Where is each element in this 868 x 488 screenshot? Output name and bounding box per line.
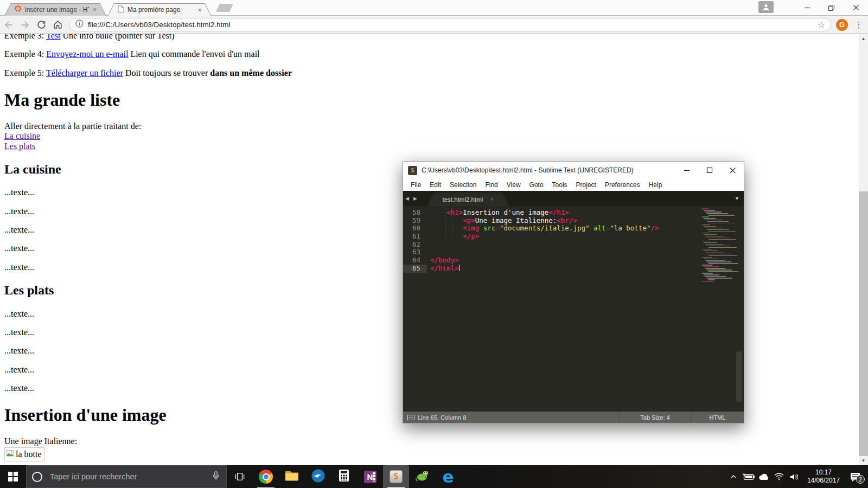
sublime-editor[interactable]: 5859606162636465 <h1>Insertion d'une ima… <box>403 206 744 412</box>
task-view-button[interactable] <box>227 465 253 488</box>
url-text[interactable]: file:///C:/Users/vb03/Desktop/test.html2… <box>88 21 818 29</box>
menu-tools[interactable]: Tools <box>548 180 572 190</box>
start-button[interactable] <box>0 465 26 488</box>
status-icon[interactable] <box>407 415 414 420</box>
sublime-titlebar[interactable]: S C:\Users\vb03\Desktop\test.html2.html … <box>403 162 744 179</box>
tab-close-icon[interactable]: × <box>197 7 202 14</box>
sublime-file-tab[interactable]: test.html2.html × <box>427 192 509 206</box>
menu-find[interactable]: Find <box>481 180 502 190</box>
sublime-close-button[interactable] <box>721 162 744 179</box>
extension-badge[interactable]: G <box>836 19 848 31</box>
sublime-tab-close-icon[interactable]: × <box>490 196 494 202</box>
tab-size-indicator[interactable]: Tab Size: 4 <box>619 412 691 423</box>
clock-time: 10:17 <box>807 468 840 477</box>
action-center-button[interactable]: 2 <box>846 469 865 484</box>
bookmark-star-icon[interactable]: ☆ <box>818 21 825 29</box>
tab-nav-right-icon[interactable]: ▶ <box>411 196 419 201</box>
toc-link-cuisine[interactable]: La cuisine <box>4 131 40 140</box>
taskbar-search[interactable] <box>26 465 227 488</box>
page-scrollbar[interactable]: ▲ ▼ <box>859 34 868 465</box>
toc-block: Aller directement à la partie traitant d… <box>4 121 854 151</box>
menu-file[interactable]: File <box>406 180 425 190</box>
home-button[interactable] <box>50 17 65 33</box>
scroll-up-arrow[interactable]: ▲ <box>859 34 868 43</box>
new-tab-button[interactable] <box>216 4 233 12</box>
close-button[interactable] <box>844 0 868 15</box>
taskbar-openoffice-button[interactable] <box>305 465 331 488</box>
tab-strip: insérer une image - HTM × Ma première pa… <box>0 0 868 16</box>
example-line: Exemple 4: Envoyez-moi un e-mail Lien qu… <box>4 49 854 59</box>
taskbar-notepadpp-button[interactable] <box>409 465 435 488</box>
code-line[interactable]: </p> <box>427 233 695 241</box>
sublime-scrollbar-thumb[interactable] <box>736 351 742 402</box>
example-line: Exemple 5: Télécharger un fichier Doit t… <box>4 68 854 78</box>
code-line[interactable]: </body> <box>427 256 695 265</box>
volume-icon[interactable] <box>788 469 801 484</box>
window-controls <box>795 0 868 15</box>
minimap-row <box>707 278 732 279</box>
tray-chevron-icon[interactable] <box>727 469 740 484</box>
menu-edit[interactable]: Edit <box>425 180 445 190</box>
scroll-down-arrow[interactable]: ▼ <box>859 456 868 465</box>
code-line[interactable]: <h1>Insertion d'une image</h1> <box>427 209 695 217</box>
code-line[interactable] <box>427 248 695 256</box>
sublime-tab-title: test.html2.html <box>443 196 483 203</box>
notepadpp-icon <box>415 469 429 484</box>
toc-link-plats[interactable]: Les plats <box>4 142 35 151</box>
tab-nav-left-icon[interactable]: ◀ <box>403 196 411 201</box>
restore-button[interactable] <box>819 0 844 15</box>
minimap-row <box>702 208 709 209</box>
taskbar-clock[interactable]: 10:17 14/06/2017 <box>803 468 844 485</box>
minimap-row <box>702 233 710 234</box>
menu-preferences[interactable]: Preferences <box>601 180 644 190</box>
sublime-minimize-button[interactable] <box>675 162 698 179</box>
browser-tab-inactive[interactable]: insérer une image - HTM × <box>4 3 106 16</box>
sublime-maximize-button[interactable] <box>698 162 721 179</box>
menu-project[interactable]: Project <box>572 180 601 190</box>
back-button[interactable] <box>1 17 16 33</box>
reload-button[interactable] <box>34 17 49 33</box>
page-link[interactable]: Envoyez-moi un e-mail <box>46 49 128 59</box>
page-info-icon[interactable] <box>75 20 84 30</box>
page-link[interactable]: Test <box>46 34 60 40</box>
minimap[interactable] <box>701 208 735 285</box>
code-line[interactable]: <img src="documents/italie.jpg" alt="la … <box>427 224 695 233</box>
taskbar-onenote-button[interactable]: N <box>357 465 383 488</box>
browser-menu-icon[interactable]: ⋮ <box>853 20 864 30</box>
menu-view[interactable]: View <box>502 180 525 190</box>
microphone-icon[interactable] <box>211 470 221 483</box>
clock-date: 14/06/2017 <box>807 477 840 485</box>
taskbar-calculator-button[interactable] <box>331 465 357 488</box>
tab-overflow-icon[interactable]: ▼ <box>730 196 744 201</box>
page-link[interactable]: Télécharger un fichier <box>46 68 123 78</box>
taskbar-chrome-button[interactable] <box>253 465 279 488</box>
address-bar[interactable]: file:///C:/Users/vb03/Desktop/test.html2… <box>69 18 831 31</box>
profile-icon[interactable] <box>758 1 774 13</box>
menu-selection[interactable]: Selection <box>445 180 481 190</box>
taskbar-explorer-button[interactable] <box>279 465 305 488</box>
minimap-row <box>709 231 736 232</box>
sublime-window-controls <box>675 162 744 179</box>
system-tray: 10:17 14/06/2017 2 <box>727 465 868 488</box>
tab-title: insérer une image - HTM <box>25 6 89 14</box>
search-input[interactable] <box>49 472 211 481</box>
tab-close-icon[interactable]: × <box>92 6 97 13</box>
browser-tab-active[interactable]: Ma première page × <box>107 3 212 16</box>
menu-help[interactable]: Help <box>644 180 667 190</box>
scrollbar-thumb[interactable] <box>859 191 868 456</box>
wifi-icon[interactable] <box>773 469 786 484</box>
menu-goto[interactable]: Goto <box>525 180 548 190</box>
taskbar-sublime-button[interactable]: S <box>383 465 409 488</box>
code-line[interactable]: </html> <box>427 265 695 273</box>
minimize-button[interactable] <box>795 0 819 15</box>
syntax-indicator[interactable]: HTML <box>691 412 744 423</box>
battery-icon[interactable] <box>742 469 755 484</box>
code-line[interactable]: <p>Une image Italienne:<br/> <box>427 217 695 225</box>
code-line[interactable] <box>427 241 695 249</box>
taskbar-edge-button[interactable]: e <box>435 465 461 488</box>
gutter: 5859606162636465 <box>403 209 427 273</box>
calculator-icon <box>339 469 349 484</box>
onedrive-cloud-icon[interactable] <box>757 469 770 484</box>
forward-button[interactable] <box>17 17 33 33</box>
minimap-row <box>702 265 712 266</box>
